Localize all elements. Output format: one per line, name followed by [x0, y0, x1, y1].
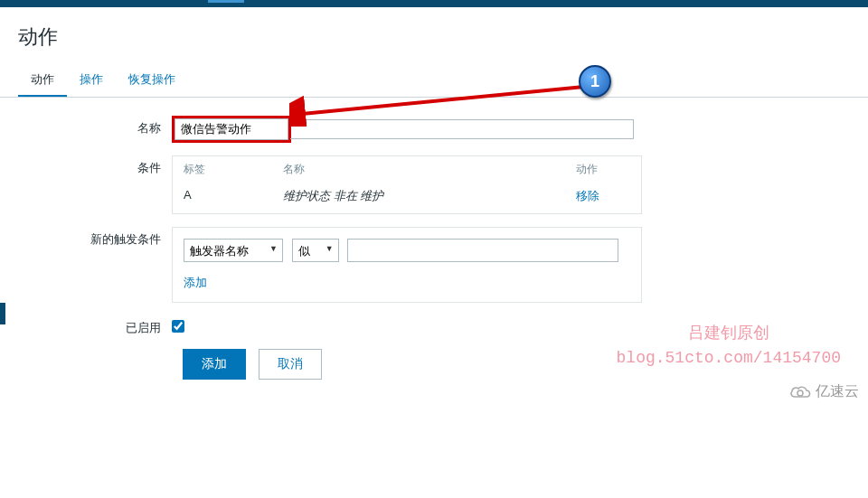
conditions-label: 条件 — [18, 155, 172, 176]
row-trigger: 新的触发条件 触发器名称 似 添加 — [18, 227, 850, 303]
name-highlight-box — [172, 116, 291, 143]
tab-recovery[interactable]: 恢复操作 — [116, 64, 188, 97]
name-input[interactable] — [175, 118, 288, 140]
callout-number: 1 — [590, 72, 599, 91]
tab-action[interactable]: 动作 — [18, 64, 67, 97]
cond-tag: A — [184, 188, 283, 204]
watermark-line2: blog.51cto.com/14154700 — [617, 346, 841, 371]
enabled-label: 已启用 — [18, 315, 172, 336]
left-stub — [0, 303, 5, 324]
table-row: A 维护状态 非在 维护 移除 — [173, 183, 641, 213]
add-condition-link[interactable]: 添加 — [184, 275, 207, 291]
trigger-value-input[interactable] — [347, 239, 618, 262]
remove-link[interactable]: 移除 — [576, 188, 630, 204]
trigger-box: 触发器名称 似 添加 — [172, 227, 642, 303]
trigger-type-select[interactable]: 触发器名称 — [184, 239, 283, 262]
cond-name: 维护状态 非在 维护 — [283, 188, 576, 204]
callout-badge: 1 — [579, 65, 611, 98]
cloud-icon — [788, 384, 812, 400]
svg-point-2 — [797, 390, 803, 396]
logo-text: 亿速云 — [816, 382, 859, 401]
trigger-op-select[interactable]: 似 — [292, 239, 339, 262]
row-conditions: 条件 标签 名称 动作 A 维护状态 非在 维护 移除 — [18, 155, 850, 214]
row-name: 名称 — [18, 116, 850, 143]
conditions-table: 标签 名称 动作 A 维护状态 非在 维护 移除 — [172, 155, 642, 214]
cancel-button[interactable]: 取消 — [259, 349, 322, 380]
enabled-checkbox[interactable] — [172, 320, 184, 333]
add-button[interactable]: 添加 — [183, 349, 246, 380]
name-label: 名称 — [18, 116, 172, 136]
tab-operation[interactable]: 操作 — [67, 64, 116, 97]
top-bar — [0, 0, 868, 7]
cond-header-tag: 标签 — [184, 162, 283, 177]
watermark-line1: 吕建钊原创 — [617, 322, 841, 346]
tabs: 动作 操作 恢复操作 — [0, 64, 868, 98]
trigger-label: 新的触发条件 — [18, 227, 172, 248]
cond-header-action: 动作 — [576, 162, 630, 177]
watermark: 吕建钊原创 blog.51cto.com/14154700 — [617, 322, 841, 371]
site-logo: 亿速云 — [788, 382, 859, 401]
name-input-extension[interactable] — [290, 119, 634, 139]
cond-header-name: 名称 — [283, 162, 576, 177]
page-title: 动作 — [0, 7, 868, 64]
